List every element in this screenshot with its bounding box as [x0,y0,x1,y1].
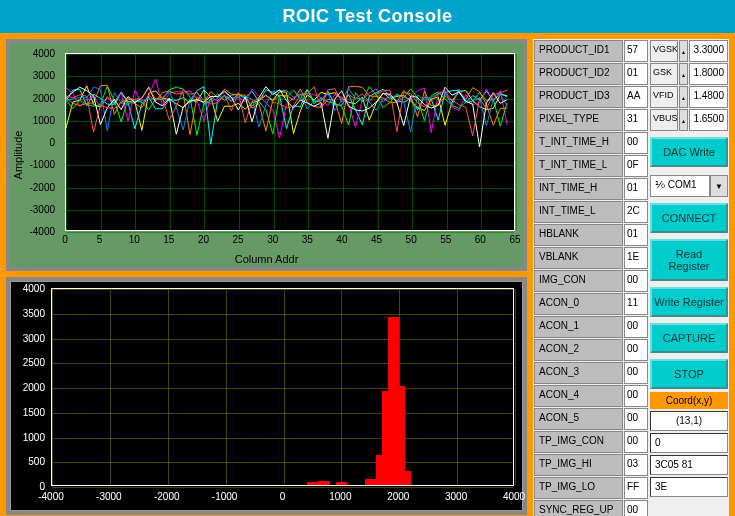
register-row: ACON_011 [534,293,648,315]
y-tick: 4000 [10,48,55,59]
register-row: PRODUCT_ID3AA [534,86,648,108]
register-label: PRODUCT_ID2 [534,63,623,85]
register-value[interactable]: 00 [624,132,648,154]
register-value[interactable]: 11 [624,293,648,315]
register-value[interactable]: 01 [624,178,648,200]
register-label: T_INT_TIME_H [534,132,623,154]
register-value[interactable]: 03 [624,454,648,476]
x-tick: 1000 [329,491,351,502]
y-tick: 4000 [11,283,45,294]
x-tick: 0 [280,491,286,502]
dropdown-icon[interactable]: ▼ [710,175,728,197]
register-value[interactable]: 00 [624,431,648,453]
output-field1[interactable]: 0 [650,433,728,453]
register-label: ACON_2 [534,339,623,361]
connect-button[interactable]: CONNECT [650,203,728,233]
x-tick: 0 [62,234,68,245]
y-tick: 1000 [10,114,55,125]
register-value[interactable]: 0F [624,155,648,177]
y-tick: -4000 [10,226,55,237]
register-value[interactable]: 00 [624,270,648,292]
register-value[interactable]: 01 [624,63,648,85]
x-tick: 35 [302,234,313,245]
register-row: ACON_200 [534,339,648,361]
register-label: HBLANK [534,224,623,246]
register-label: ACON_3 [534,362,623,384]
spin-up-icon[interactable]: ▴ [679,63,689,85]
register-row: PRODUCT_ID157 [534,40,648,62]
register-value[interactable]: 1E [624,247,648,269]
x-tick: 45 [371,234,382,245]
register-label: VBLANK [534,247,623,269]
y-tick: -3000 [10,203,55,214]
x-tick: -2000 [154,491,180,502]
register-value[interactable]: FF [624,477,648,499]
register-label: TP_IMG_HI [534,454,623,476]
spin-up-icon[interactable]: ▴ [679,40,689,62]
x-tick: 15 [163,234,174,245]
y-tick: 2000 [10,92,55,103]
title-bar: ROIC Test Console [0,0,735,33]
register-label: ACON_0 [534,293,623,315]
register-label: ACON_1 [534,316,623,338]
register-value[interactable]: 00 [624,500,648,516]
voltage-value[interactable]: 3.3000 [689,40,728,62]
register-value[interactable]: AA [624,86,648,108]
voltage-row: VBUS▴1.6500 [650,109,728,131]
x-tick: 50 [406,234,417,245]
voltage-value[interactable]: 1.6500 [689,109,728,131]
histogram-bar [393,386,405,485]
register-label: INT_TIME_H [534,178,623,200]
spin-up-icon[interactable]: ▴ [679,109,689,131]
register-value[interactable]: 00 [624,339,648,361]
control-panel: PRODUCT_ID157PRODUCT_ID201PRODUCT_ID3AAP… [533,39,729,516]
histogram-bar [318,481,330,485]
register-row: PRODUCT_ID201 [534,63,648,85]
register-row: TP_IMG_HI03 [534,454,648,476]
register-value[interactable]: 57 [624,40,648,62]
com-port-select[interactable]: ⅟₀ COM1▼ [650,175,728,197]
voltage-value[interactable]: 1.8000 [689,63,728,85]
x-tick: 25 [233,234,244,245]
histogram-bar [365,479,377,485]
y-tick: 2500 [11,357,45,368]
spin-up-icon[interactable]: ▴ [679,86,689,108]
histogram-bar [399,471,411,485]
x-tick: 60 [475,234,486,245]
register-value[interactable]: 2C [624,201,648,223]
register-value[interactable]: 01 [624,224,648,246]
stop-button[interactable]: STOP [650,359,728,389]
x-tick: 55 [440,234,451,245]
register-row: ACON_300 [534,362,648,384]
register-label: PRODUCT_ID1 [534,40,623,62]
y-tick: 0 [10,137,55,148]
x-tick: -4000 [38,491,64,502]
y-tick: 0 [11,481,45,492]
x-tick: 2000 [387,491,409,502]
register-row: ACON_100 [534,316,648,338]
output-field2[interactable]: 3C05 81 [650,455,728,475]
x-tick: -3000 [96,491,122,502]
register-row: INT_TIME_H01 [534,178,648,200]
register-label: T_INT_TIME_L [534,155,623,177]
x-tick: 65 [509,234,520,245]
register-value[interactable]: 00 [624,362,648,384]
output-field3[interactable]: 3E [650,477,728,497]
register-label: PIXEL_TYPE [534,109,623,131]
register-value[interactable]: 31 [624,109,648,131]
y-tick: 3000 [11,332,45,343]
x-tick: 20 [198,234,209,245]
dac-button[interactable]: DAC Write [650,137,728,167]
charts-column: Amplitude Column Addr -4000-3000-2000-10… [6,39,527,516]
register-value[interactable]: 00 [624,316,648,338]
write-button[interactable]: Write Register [650,287,728,317]
register-row: HBLANK01 [534,224,648,246]
capture-button[interactable]: CAPTURE [650,323,728,353]
register-value[interactable]: 00 [624,408,648,430]
read-button[interactable]: Read Register [650,239,728,281]
register-value[interactable]: 00 [624,385,648,407]
coord-value: (13,1) [650,411,728,431]
voltage-value[interactable]: 1.4800 [689,86,728,108]
register-label: IMG_CON [534,270,623,292]
x-tick: 5 [97,234,103,245]
